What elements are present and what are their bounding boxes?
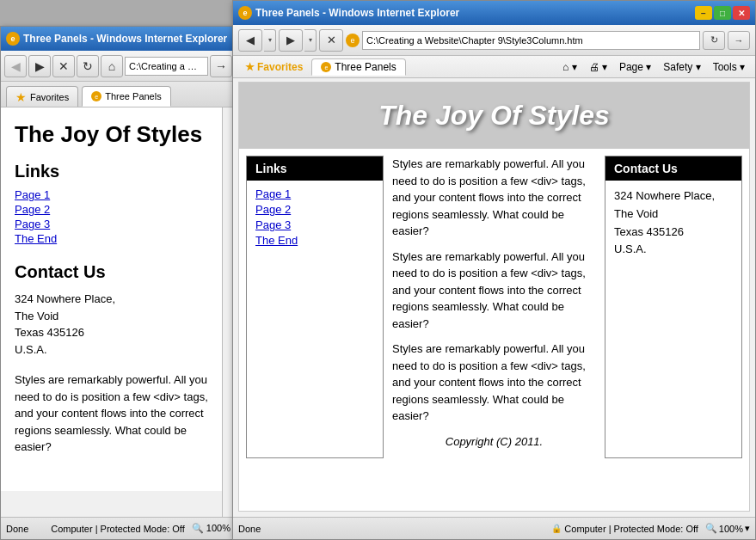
back-favorites-tab[interactable]: ★ Favorites: [6, 86, 78, 107]
stop-btn[interactable]: ✕: [52, 55, 75, 77]
back-toolbar: ◀ ▶ ✕ ↻ ⌂ →: [1, 51, 236, 82]
right-panel-body: 324 Nowhere Place,The VoidTexas 435126U.…: [605, 181, 741, 266]
nav-button-group: ◀ ▾: [238, 29, 276, 52]
list-item: Page 2: [15, 203, 222, 216]
status-right-group: 🔒 Computer | Protected Mode: Off 🔍 100% …: [551, 523, 750, 534]
front-menubar: ★ Favorites e Three Panels ⌂ ▾ 🖨 ▾ Page …: [233, 56, 755, 78]
link-page1[interactable]: Page 1: [15, 188, 50, 201]
address-ie-icon: e: [346, 34, 360, 47]
link-page1[interactable]: Page 1: [255, 187, 291, 200]
ie-tab-icon: e: [91, 91, 101, 101]
link-the-end[interactable]: The End: [15, 232, 57, 245]
back-dropdown-btn[interactable]: ▾: [264, 29, 276, 52]
back-favorites-label: Favorites: [30, 92, 69, 102]
forward-btn[interactable]: ▶: [28, 55, 51, 77]
star-icon: ★: [245, 61, 255, 73]
left-panel: Links Page 1 Page 2 Page 3 The End: [246, 156, 384, 458]
favorites-menu-btn[interactable]: ★ Favorites: [238, 59, 310, 75]
zoom-level: 100%: [719, 524, 743, 534]
print-btn[interactable]: 🖨 ▾: [584, 59, 612, 75]
front-main-tab[interactable]: e Three Panels: [311, 58, 405, 76]
back-window-title: Three Panels - Windows Internet Explorer: [23, 33, 227, 45]
back-statusbar: Done Computer | Protected Mode: Off 🔍 10…: [1, 517, 236, 539]
front-address-input[interactable]: [362, 31, 700, 50]
menu-right-group: ⌂ ▾ 🖨 ▾ Page ▾ Safety ▾ Tools ▾: [557, 59, 750, 75]
left-panel-body: Page 1 Page 2 Page 3 The End: [247, 181, 383, 256]
back-address-input[interactable]: [125, 57, 208, 76]
back-links-heading: Links: [15, 162, 222, 181]
back-main-tab[interactable]: e Three Panels: [82, 86, 170, 107]
back-btn[interactable]: ◀: [4, 55, 27, 77]
back-contact-heading: Contact Us: [15, 262, 222, 282]
maximize-button[interactable]: □: [714, 6, 731, 20]
back-status-done: Done: [6, 524, 28, 534]
front-page-area: The Joy Of Styles Links Page 1 Page 2 Pa…: [238, 82, 750, 512]
back-zoom: 🔍 100%: [192, 523, 230, 534]
front-toolbar: ◀ ▾ ▶ ▾ ✕ e ↻ →: [233, 25, 755, 56]
close-button[interactable]: ✕: [733, 6, 750, 20]
front-window-title: Three Panels - Windows Internet Explorer: [255, 7, 691, 19]
list-item: Page 1: [15, 188, 222, 201]
right-panel: Contact Us 324 Nowhere Place,The VoidTex…: [605, 156, 742, 458]
home-icon-btn[interactable]: ⌂ ▾: [557, 59, 582, 75]
forward-group: ▶ ▾: [279, 29, 317, 52]
titlebar-controls: − □ ✕: [695, 6, 750, 20]
zoom-control[interactable]: 🔍 100% ▾: [705, 523, 750, 534]
back-titlebar: e Three Panels - Windows Internet Explor…: [1, 27, 236, 51]
front-back-btn[interactable]: ◀: [238, 29, 262, 52]
front-forward-btn[interactable]: ▶: [279, 29, 303, 52]
protected-mode-label: 🔒 Computer | Protected Mode: Off: [551, 524, 698, 534]
left-panel-links: Page 1 Page 2 Page 3 The End: [255, 187, 374, 247]
back-protected-mode: Computer | Protected Mode: Off: [51, 524, 185, 534]
link-the-end[interactable]: The End: [255, 234, 298, 247]
front-statusbar: Done 🔒 Computer | Protected Mode: Off 🔍 …: [233, 517, 755, 539]
list-item: Page 3: [15, 218, 222, 230]
middle-para-3: Styles are remarkably powerful. All you …: [392, 341, 596, 425]
page-header: The Joy Of Styles: [239, 83, 749, 149]
go-btn[interactable]: →: [210, 55, 232, 77]
front-go-btn[interactable]: →: [728, 31, 750, 50]
lock-icon: 🔒: [551, 524, 562, 533]
back-browser-window: e Three Panels - Windows Internet Explor…: [0, 26, 237, 540]
back-links-list: Page 1 Page 2 Page 3 The End: [15, 188, 222, 245]
back-ie-icon: e: [6, 32, 20, 46]
three-column-layout: Links Page 1 Page 2 Page 3 The End Style…: [239, 149, 749, 465]
minimize-button[interactable]: −: [695, 6, 712, 20]
back-contact-address: 324 Nowhere Place,The VoidTexas 435126U.…: [15, 291, 222, 358]
list-item: Page 2: [255, 203, 374, 216]
copyright-text: Copyright (C) 2011.: [392, 433, 596, 451]
link-page2[interactable]: Page 2: [15, 203, 50, 216]
front-page-title: The Joy Of Styles: [256, 100, 732, 132]
refresh-btn[interactable]: ↻: [77, 55, 99, 77]
zoom-icon: 🔍: [705, 523, 717, 534]
front-tab-label: Three Panels: [335, 61, 396, 73]
safety-menu-btn[interactable]: Safety ▾: [658, 59, 705, 75]
home-btn[interactable]: ⌂: [101, 55, 123, 77]
front-stop-btn[interactable]: ✕: [319, 29, 343, 52]
middle-para-2: Styles are remarkably powerful. All you …: [392, 249, 596, 333]
front-tab-icon: e: [321, 62, 331, 72]
left-panel-header: Links: [247, 156, 383, 181]
front-refresh-btn[interactable]: ↻: [703, 31, 725, 50]
address-bar-wrap: e: [346, 31, 700, 50]
page-menu-btn[interactable]: Page ▾: [614, 59, 656, 75]
list-item: Page 1: [255, 187, 374, 200]
link-page3[interactable]: Page 3: [255, 218, 291, 231]
link-page2[interactable]: Page 2: [255, 203, 291, 216]
right-panel-header: Contact Us: [605, 156, 741, 181]
favorites-label: Favorites: [257, 61, 303, 73]
back-page-title: The Joy Of Styles: [15, 121, 222, 148]
front-status-done: Done: [238, 524, 546, 534]
star-icon: ★: [15, 90, 27, 104]
zoom-dropdown-icon: ▾: [745, 523, 750, 534]
front-titlebar: e Three Panels - Windows Internet Explor…: [233, 1, 755, 25]
tools-menu-btn[interactable]: Tools ▾: [708, 59, 750, 75]
middle-panel: Styles are remarkably powerful. All you …: [384, 156, 605, 458]
list-item: The End: [15, 232, 222, 245]
list-item: The End: [255, 234, 374, 247]
back-tab-bar: ★ Favorites e Three Panels: [1, 82, 236, 107]
middle-para-1: Styles are remarkably powerful. All you …: [392, 156, 596, 240]
forward-dropdown-btn[interactable]: ▾: [304, 29, 317, 52]
back-page-content: The Joy Of Styles Links Page 1 Page 2 Pa…: [1, 107, 236, 491]
link-page3[interactable]: Page 3: [15, 218, 50, 230]
